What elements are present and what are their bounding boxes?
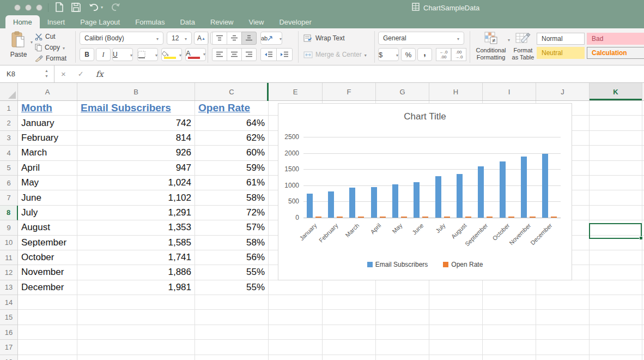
cell[interactable]: 1,291 bbox=[77, 206, 195, 220]
cell[interactable] bbox=[590, 250, 642, 265]
tab-view[interactable]: View bbox=[241, 15, 272, 28]
cell[interactable]: 1,353 bbox=[77, 220, 195, 235]
row-header-7[interactable]: 7 bbox=[0, 190, 18, 205]
paste-button[interactable]: Paste bbox=[7, 31, 31, 58]
cell[interactable] bbox=[77, 310, 195, 325]
cell[interactable]: 1,024 bbox=[77, 176, 195, 190]
row-header-2[interactable]: 2 bbox=[0, 116, 18, 130]
row-header-13[interactable]: 13 bbox=[0, 280, 18, 295]
tab-formulas[interactable]: Formulas bbox=[127, 15, 172, 28]
tab-developer[interactable]: Developer bbox=[271, 15, 319, 28]
row-header-6[interactable]: 6 bbox=[0, 176, 18, 190]
column-header-b[interactable]: B bbox=[77, 83, 195, 100]
underline-button[interactable]: U bbox=[112, 48, 133, 61]
bar-email-subscribers[interactable] bbox=[521, 157, 527, 218]
cell[interactable] bbox=[590, 265, 642, 280]
bar-email-subscribers[interactable] bbox=[392, 184, 398, 218]
selected-cell-k8[interactable] bbox=[589, 223, 642, 239]
cell[interactable]: 64% bbox=[195, 116, 269, 130]
bar-email-subscribers[interactable] bbox=[478, 166, 484, 218]
cell[interactable] bbox=[376, 310, 429, 325]
bar-open-rate[interactable] bbox=[401, 217, 407, 218]
cell[interactable]: January bbox=[18, 116, 77, 130]
cell[interactable] bbox=[323, 310, 376, 325]
decrease-decimal-button[interactable]: ←.0 .00 bbox=[436, 48, 451, 61]
cell[interactable] bbox=[18, 325, 77, 340]
cell[interactable]: 1,585 bbox=[77, 236, 195, 250]
merge-center-caret[interactable] bbox=[364, 51, 367, 58]
number-format-select[interactable]: General bbox=[378, 32, 464, 45]
cell[interactable] bbox=[483, 340, 536, 355]
bar-email-subscribers[interactable] bbox=[500, 161, 506, 218]
row-header-3[interactable]: 3 bbox=[0, 131, 18, 146]
tab-insert[interactable]: Insert bbox=[40, 15, 73, 28]
cell[interactable] bbox=[323, 280, 376, 295]
cell[interactable] bbox=[429, 325, 483, 340]
chart[interactable]: Chart Title 05001000150020002500JanuaryF… bbox=[278, 103, 572, 280]
fill-handle[interactable] bbox=[639, 236, 643, 240]
cell[interactable] bbox=[590, 206, 642, 220]
row-header-9[interactable]: 9 bbox=[0, 220, 18, 235]
tab-home[interactable]: Home bbox=[5, 15, 40, 28]
column-header-i[interactable]: I bbox=[483, 83, 536, 100]
cell[interactable]: Open Rate bbox=[195, 101, 269, 116]
fill-color-button[interactable] bbox=[161, 48, 182, 61]
bar-open-rate[interactable] bbox=[530, 217, 536, 218]
cell[interactable]: June bbox=[18, 190, 77, 205]
redo-button[interactable] bbox=[111, 3, 120, 11]
cell[interactable] bbox=[483, 280, 536, 295]
formula-input[interactable] bbox=[109, 68, 640, 80]
borders-button[interactable] bbox=[137, 48, 158, 61]
row-header-16[interactable]: 16 bbox=[0, 325, 18, 340]
cell[interactable] bbox=[18, 310, 77, 325]
cell[interactable]: 61% bbox=[195, 176, 269, 190]
bar-email-subscribers[interactable] bbox=[457, 174, 463, 218]
cell[interactable] bbox=[376, 340, 429, 355]
column-header-a[interactable]: A bbox=[18, 83, 77, 100]
cell[interactable] bbox=[269, 325, 323, 340]
row-header-15[interactable]: 15 bbox=[0, 310, 18, 325]
cell[interactable]: April bbox=[18, 161, 77, 176]
bar-open-rate[interactable] bbox=[487, 217, 493, 218]
cell[interactable] bbox=[269, 355, 323, 360]
cell[interactable]: December bbox=[18, 280, 77, 295]
increase-decimal-button[interactable]: .00 →.0 bbox=[451, 48, 466, 61]
comma-style-button[interactable]: , bbox=[417, 48, 432, 61]
row-header-12[interactable]: 12 bbox=[0, 265, 18, 280]
cell[interactable] bbox=[77, 325, 195, 340]
tab-data[interactable]: Data bbox=[172, 15, 202, 28]
cell[interactable] bbox=[376, 280, 429, 295]
italic-button[interactable]: I bbox=[96, 48, 111, 61]
font-size-select[interactable]: 12 bbox=[167, 32, 192, 45]
cell[interactable] bbox=[269, 280, 323, 295]
cell[interactable] bbox=[536, 325, 590, 340]
cell[interactable]: 1,741 bbox=[77, 250, 195, 265]
undo-button[interactable]: ▾ bbox=[88, 3, 103, 11]
bar-open-rate[interactable] bbox=[358, 217, 364, 218]
cell[interactable] bbox=[590, 161, 642, 176]
cell[interactable]: 57% bbox=[195, 220, 269, 235]
row-header-10[interactable]: 10 bbox=[0, 236, 18, 250]
cell[interactable]: February bbox=[18, 131, 77, 146]
percent-button[interactable]: % bbox=[401, 48, 416, 61]
row-header-14[interactable]: 14 bbox=[0, 295, 18, 310]
cell[interactable]: Email Subscribers bbox=[77, 101, 195, 116]
row-header-4[interactable]: 4 bbox=[0, 146, 18, 160]
cell[interactable] bbox=[429, 295, 483, 310]
cell[interactable] bbox=[323, 355, 376, 360]
bar-open-rate[interactable] bbox=[508, 217, 514, 218]
cell[interactable]: July bbox=[18, 206, 77, 220]
column-header-f[interactable]: F bbox=[323, 83, 376, 100]
cell[interactable] bbox=[590, 116, 642, 130]
select-all-corner[interactable] bbox=[0, 83, 18, 100]
bar-open-rate[interactable] bbox=[315, 217, 321, 218]
merge-center-button[interactable]: Merge & Center bbox=[303, 51, 367, 58]
bar-open-rate[interactable] bbox=[465, 217, 471, 218]
cell[interactable]: 1,886 bbox=[77, 265, 195, 280]
font-color-button[interactable]: A bbox=[185, 48, 206, 61]
bar-open-rate[interactable] bbox=[551, 217, 557, 218]
bar-email-subscribers[interactable] bbox=[307, 194, 313, 218]
cell[interactable] bbox=[536, 280, 590, 295]
cell[interactable]: 1,981 bbox=[77, 280, 195, 295]
cell[interactable] bbox=[590, 310, 642, 325]
